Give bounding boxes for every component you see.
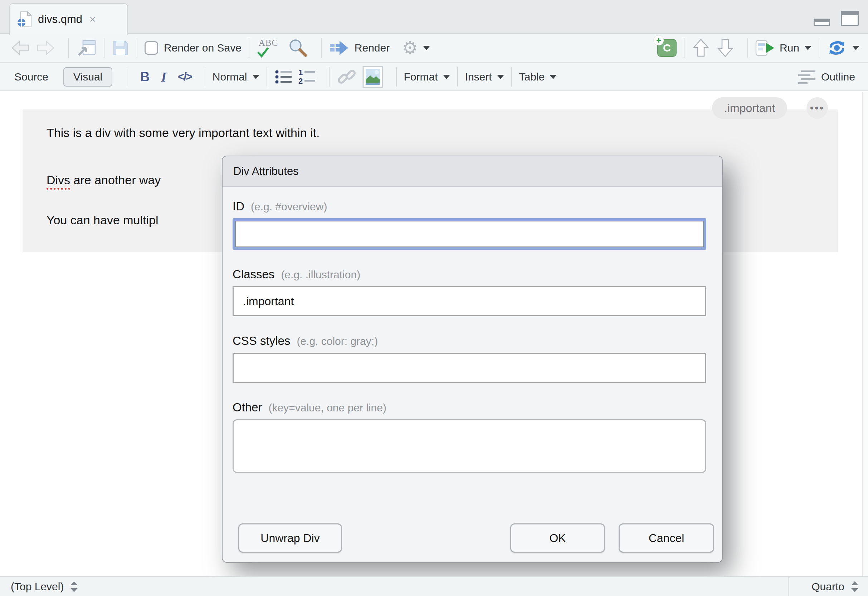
editor-status-bar: (Top Level) Quarto xyxy=(0,576,868,596)
toolbar-separator xyxy=(68,38,69,58)
id-label: ID xyxy=(233,200,244,213)
toolbar-separator xyxy=(819,38,819,58)
rerun-button[interactable] xyxy=(827,39,859,57)
visual-mode-button[interactable]: Visual xyxy=(63,67,112,87)
render-label: Render xyxy=(354,42,390,54)
cancel-button[interactable]: Cancel xyxy=(619,524,714,553)
misspelled-word[interactable]: Divs xyxy=(47,173,70,190)
paragraph[interactable]: Divs are another way xyxy=(47,173,161,187)
render-on-save-label: Render on Save xyxy=(164,42,242,54)
id-input[interactable] xyxy=(235,221,704,247)
rerun-icon xyxy=(827,39,847,57)
italic-button[interactable]: I xyxy=(161,69,166,85)
div-attributes-dialog: Div Attributes ID (e.g. #overview) Class… xyxy=(222,156,723,563)
chevron-down-icon xyxy=(423,46,430,50)
spellcheck-icon[interactable]: ABC xyxy=(257,38,282,58)
id-hint: (e.g. #overview) xyxy=(251,201,327,213)
run-label: Run xyxy=(779,42,799,54)
format-menu[interactable]: Format xyxy=(404,71,450,83)
source-mode-button[interactable]: Source xyxy=(14,71,48,83)
render-on-save-checkbox[interactable] xyxy=(145,41,158,55)
run-button[interactable]: Run xyxy=(755,39,812,57)
doc-type-spinner-icon xyxy=(850,580,859,593)
id-field-label-row: ID (e.g. #overview) xyxy=(233,200,706,213)
main-toolbar: Render on Save ABC Render ⚙ +C xyxy=(0,34,868,63)
inline-code-button[interactable]: </> xyxy=(178,71,192,83)
paragraph[interactable]: This is a div with some very important t… xyxy=(47,126,319,140)
maximize-icon[interactable] xyxy=(841,11,859,26)
save-icon[interactable] xyxy=(112,39,130,57)
back-arrow-icon[interactable] xyxy=(11,40,30,56)
outline-icon xyxy=(797,70,816,84)
gear-icon: ⚙ xyxy=(402,39,418,57)
render-icon xyxy=(329,39,349,56)
up-arrow-icon[interactable] xyxy=(692,38,710,58)
level-spinner-icon xyxy=(69,580,79,593)
render-options-button[interactable]: ⚙ xyxy=(402,39,430,57)
spellcheck-abc-text: ABC xyxy=(259,38,278,48)
toolbar-separator xyxy=(249,38,249,58)
paragraph-text: are another way xyxy=(70,173,161,187)
vertical-scrollbar[interactable] xyxy=(862,92,868,576)
insert-chunk-button[interactable]: +C xyxy=(657,39,676,57)
ok-button[interactable]: OK xyxy=(510,524,605,553)
svg-text:2: 2 xyxy=(298,77,303,86)
down-arrow-icon[interactable] xyxy=(716,38,735,58)
outline-level-selector[interactable]: (Top Level) xyxy=(0,580,785,593)
unwrap-div-button[interactable]: Unwrap Div xyxy=(238,524,342,553)
bold-button[interactable]: B xyxy=(140,69,149,84)
minimize-icon[interactable] xyxy=(813,19,830,26)
toolbar-separator xyxy=(511,67,512,87)
format-menu-label: Format xyxy=(404,71,438,83)
toolbar-separator xyxy=(396,67,397,87)
css-styles-label: CSS styles xyxy=(233,334,290,348)
tab-divs-qmd[interactable]: divs.qmd × xyxy=(9,3,128,35)
chevron-down-icon xyxy=(497,75,504,79)
toolbar-separator xyxy=(457,67,458,87)
div-class-badge[interactable]: .important xyxy=(712,97,787,119)
document-type-selector[interactable]: Quarto xyxy=(788,577,868,596)
run-icon xyxy=(755,39,775,57)
toolbar-separator xyxy=(104,38,105,58)
css-field-label-row: CSS styles (e.g. color: gray;) xyxy=(233,334,706,348)
toolbar-separator xyxy=(329,67,329,87)
chevron-down-icon xyxy=(549,75,557,79)
id-input-focus-ring xyxy=(233,218,706,250)
popout-icon[interactable] xyxy=(76,38,97,57)
search-icon[interactable] xyxy=(287,38,308,58)
quarto-document-icon xyxy=(17,11,32,28)
dialog-header[interactable]: Div Attributes xyxy=(223,156,722,187)
spellcheck-check-mark xyxy=(257,47,271,58)
toolbar-separator xyxy=(137,38,137,58)
plus-badge-icon: + xyxy=(654,35,664,46)
paragraph-style-value: Normal xyxy=(213,71,247,83)
render-on-save-toggle[interactable]: Render on Save xyxy=(145,41,242,55)
numbered-list-icon[interactable]: 1 2 xyxy=(298,68,316,86)
outline-label: Outline xyxy=(821,71,855,83)
chevron-down-icon xyxy=(443,75,450,79)
document-type-value: Quarto xyxy=(812,581,844,593)
image-icon[interactable] xyxy=(362,66,383,88)
classes-hint: (e.g. .illustration) xyxy=(281,268,360,281)
other-attributes-textarea[interactable] xyxy=(233,419,706,473)
paragraph-style-dropdown[interactable]: Normal xyxy=(213,71,260,83)
outline-toggle[interactable]: Outline xyxy=(797,70,855,84)
paragraph[interactable]: You can have multipl xyxy=(47,213,158,227)
dialog-body: ID (e.g. #overview) Classes (e.g. .illus… xyxy=(223,187,722,473)
tab-strip xyxy=(0,0,868,34)
other-field-label-row: Other (key=value, one per line) xyxy=(233,401,706,414)
insert-menu-label: Insert xyxy=(465,71,492,83)
insert-menu[interactable]: Insert xyxy=(465,71,504,83)
toolbar-separator xyxy=(684,38,685,58)
classes-input[interactable] xyxy=(233,286,706,316)
svg-text:1: 1 xyxy=(298,68,303,77)
bullet-list-icon[interactable] xyxy=(275,68,292,86)
div-options-button[interactable]: ••• xyxy=(806,97,828,119)
render-button[interactable]: Render xyxy=(329,39,390,56)
table-menu[interactable]: Table xyxy=(519,71,557,83)
toolbar-separator xyxy=(127,67,127,87)
css-styles-input[interactable] xyxy=(233,353,706,383)
forward-arrow-icon[interactable] xyxy=(36,40,55,56)
close-icon[interactable]: × xyxy=(89,13,96,25)
link-icon[interactable] xyxy=(337,67,357,87)
